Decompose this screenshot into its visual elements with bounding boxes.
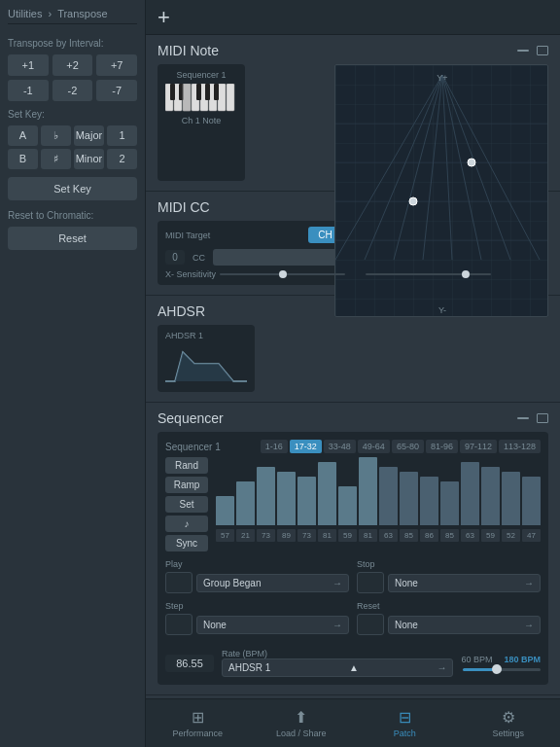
reset-button[interactable]: Reset [8, 227, 137, 250]
nav-load-share[interactable]: ⬆ Load / Share [250, 702, 354, 744]
seq-bar-7[interactable] [359, 457, 377, 525]
maximize-icon[interactable] [537, 46, 548, 55]
ahdsr-card-title: AHDSR 1 [165, 331, 247, 340]
sequencer-minimize-icon[interactable] [517, 417, 529, 419]
sequencer-maximize-icon[interactable] [537, 413, 548, 423]
seq-bar-0[interactable] [216, 496, 234, 525]
key-2[interactable]: 2 [107, 149, 137, 169]
key-minor[interactable]: Minor [74, 149, 105, 169]
seq-note-11[interactable]: 85 [440, 529, 459, 542]
set-key-button[interactable]: Set Key [8, 177, 137, 200]
seq-bar-1[interactable] [236, 481, 255, 525]
ramp-button[interactable]: Ramp [165, 477, 208, 493]
seq-bar-14[interactable] [502, 472, 520, 525]
svg-point-29 [409, 197, 417, 205]
seq-bar-13[interactable] [481, 467, 500, 525]
breadcrumb-utilities[interactable]: Utilities [8, 8, 42, 19]
key-1[interactable]: 1 [107, 125, 137, 146]
rand-button[interactable]: Rand [165, 457, 208, 474]
interval-minus1-button[interactable]: -1 [8, 80, 49, 101]
seq-range-49-64[interactable]: 49-64 [358, 440, 390, 453]
key-flat[interactable]: ♭ [41, 125, 71, 146]
sensitivity-slider-right[interactable] [366, 273, 491, 275]
seq-bar-5[interactable] [318, 462, 336, 525]
seq-bar-6[interactable] [338, 486, 357, 525]
reset-trigger-button[interactable]: None → [388, 616, 541, 634]
key-grid: A ♭ Major 1 B ♯ Minor 2 [8, 125, 137, 169]
seq-bar-10[interactable] [420, 477, 438, 525]
key-major[interactable]: Major [74, 125, 105, 146]
seq-note-5[interactable]: 81 [318, 529, 336, 542]
seq-range-113-128[interactable]: 113-128 [499, 440, 541, 453]
seq-note-7[interactable]: 81 [359, 529, 377, 542]
stop-trigger-button[interactable]: None → [388, 574, 541, 592]
play-swatch [165, 572, 192, 593]
seq-range-65-80[interactable]: 65-80 [392, 440, 424, 453]
bpm-180-label: 180 BPM [504, 655, 541, 664]
step-swatch [165, 614, 192, 635]
sensitivity-slider[interactable] [220, 273, 345, 275]
left-panel: Utilities › Transpose Transpose by Inter… [0, 0, 146, 747]
sequencer-section-wrapper: Sequencer Sequencer 1 1-16 17-32 33-48 4… [146, 403, 560, 695]
play-trigger-button[interactable]: Group Began → [196, 574, 349, 592]
seq-note-9[interactable]: 85 [400, 529, 418, 542]
seq-range-1-16[interactable]: 1-16 [261, 440, 288, 453]
seq-note-2[interactable]: 73 [257, 529, 275, 542]
seq-note-3[interactable]: 89 [277, 529, 296, 542]
seq-bar-2[interactable] [257, 467, 275, 525]
seq-note-4[interactable]: 73 [298, 529, 316, 542]
seq-bar-4[interactable] [298, 477, 316, 525]
seq-range-17-32[interactable]: 17-32 [290, 440, 322, 453]
nav-performance[interactable]: ⊞ Performance [146, 702, 250, 744]
seq-note-6[interactable]: 59 [338, 529, 357, 542]
interval-minus2-button[interactable]: -2 [52, 80, 93, 101]
seq-note-14[interactable]: 52 [502, 529, 520, 542]
seq-note-10[interactable]: 86 [420, 529, 438, 542]
seq-range-97-112[interactable]: 97-112 [460, 440, 497, 453]
seq-bar-8[interactable] [379, 467, 398, 525]
breadcrumb-transpose[interactable]: Transpose [57, 8, 108, 19]
rate-select-button[interactable]: AHDSR 1 ▲ → [222, 658, 453, 677]
key-a[interactable]: A [8, 125, 38, 146]
seq-note-12[interactable]: 63 [461, 529, 479, 542]
sync-button[interactable]: Sync [165, 535, 208, 551]
seq-bar-12[interactable] [461, 462, 479, 525]
step-trigger-row: None → [165, 614, 349, 635]
minimize-icon[interactable] [517, 50, 529, 52]
seq-bar-3[interactable] [277, 472, 296, 525]
key-sharp[interactable]: ♯ [41, 149, 71, 169]
sequencer-card: Sequencer 1 1-16 17-32 33-48 49-64 65-80… [158, 432, 548, 685]
seq-note-8[interactable]: 63 [379, 529, 398, 542]
seq-bar-15[interactable] [522, 477, 541, 525]
nav-settings[interactable]: ⚙ Settings [457, 702, 561, 744]
key-b[interactable]: B [8, 149, 38, 169]
interval-plus1-button[interactable]: +1 [8, 54, 49, 76]
reset-label: Reset to Chromatic: [8, 210, 137, 221]
note-button[interactable]: ♪ [165, 516, 208, 532]
add-button[interactable]: + [158, 7, 170, 28]
seq-note-13[interactable]: 59 [481, 529, 500, 542]
midi-note-card-label: Ch 1 Note [165, 116, 237, 125]
nav-patch[interactable]: ⊟ Patch [353, 702, 457, 744]
midi-note-body: Sequencer 1 [146, 64, 560, 191]
seq-note-15[interactable]: 47 [522, 529, 541, 542]
xy-pad[interactable]: Y+ Y- [334, 64, 548, 317]
interval-minus7-button[interactable]: -7 [96, 80, 137, 101]
midi-note-header: MIDI Note [146, 35, 560, 64]
svg-text:Y+: Y+ [437, 73, 447, 83]
midi-note-card[interactable]: Sequencer 1 [158, 64, 245, 181]
seq-range-33-48[interactable]: 33-48 [324, 440, 356, 453]
transpose-label: Transpose by Interval: [8, 38, 137, 49]
seq-note-0[interactable]: 57 [216, 529, 234, 542]
set-button[interactable]: Set [165, 496, 208, 513]
seq-bar-9[interactable] [400, 472, 418, 525]
seq-note-1[interactable]: 21 [236, 529, 255, 542]
ahdsr-card[interactable]: AHDSR 1 [158, 325, 255, 392]
seq-range-81-96[interactable]: 81-96 [426, 440, 458, 453]
interval-plus7-button[interactable]: +7 [96, 54, 137, 76]
bpm-slider[interactable] [463, 668, 541, 671]
main-content: MIDI Note Sequencer 1 [146, 35, 560, 698]
interval-plus2-button[interactable]: +2 [52, 54, 93, 76]
step-trigger-button[interactable]: None → [196, 616, 349, 634]
seq-bar-11[interactable] [440, 481, 459, 525]
